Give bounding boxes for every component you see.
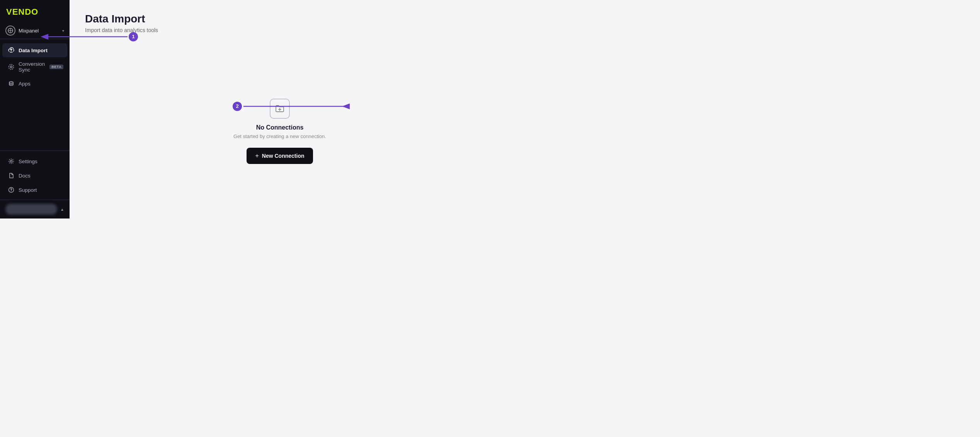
svg-point-3 bbox=[9, 65, 14, 70]
workspace-icon bbox=[5, 26, 15, 36]
logo: VENDO bbox=[0, 0, 70, 22]
svg-text:1: 1 bbox=[132, 34, 134, 39]
svg-point-4 bbox=[10, 66, 12, 68]
new-connection-label: New Connection bbox=[262, 153, 305, 159]
sidebar-item-docs[interactable]: Docs bbox=[2, 169, 67, 183]
svg-point-5 bbox=[9, 82, 13, 83]
user-avatar bbox=[5, 204, 57, 215]
empty-state-subtitle: Get started by creating a new connection… bbox=[233, 133, 326, 139]
file-icon bbox=[8, 172, 15, 179]
beta-badge: BETA bbox=[49, 65, 63, 69]
sidebar-item-label-data-import: Data Import bbox=[19, 48, 48, 53]
main-nav: Data Import Conversion Sync BETA bbox=[0, 41, 70, 150]
empty-state-title: No Connections bbox=[256, 124, 304, 131]
help-circle-icon bbox=[8, 186, 15, 193]
sidebar-item-settings[interactable]: Settings bbox=[2, 154, 67, 168]
sidebar-item-label-settings: Settings bbox=[19, 159, 37, 164]
svg-point-8 bbox=[11, 191, 12, 191]
database-icon bbox=[8, 80, 15, 87]
bottom-nav: Settings Docs bbox=[0, 154, 70, 199]
new-connection-button[interactable]: + New Connection bbox=[247, 148, 313, 164]
sidebar-item-label-support: Support bbox=[19, 187, 37, 193]
sidebar-item-apps[interactable]: Apps bbox=[2, 77, 67, 90]
sidebar-item-support[interactable]: Support bbox=[2, 183, 67, 197]
sync-icon bbox=[8, 63, 15, 70]
main-content: Data Import Import data into analytics t… bbox=[70, 0, 490, 218]
logo-text: VENDO bbox=[6, 7, 38, 17]
settings-icon bbox=[8, 158, 15, 165]
workspace-name: Mixpanel bbox=[19, 28, 59, 34]
plus-icon: + bbox=[255, 152, 259, 159]
workspace-selector[interactable]: Mixpanel ▾ bbox=[0, 22, 70, 39]
svg-point-11 bbox=[129, 32, 138, 41]
folder-plus-icon bbox=[270, 99, 290, 119]
empty-state: No Connections Get started by creating a… bbox=[85, 56, 475, 206]
sidebar-item-label-docs: Docs bbox=[19, 173, 31, 179]
sidebar-item-data-import[interactable]: Data Import bbox=[2, 43, 67, 57]
sidebar: VENDO Mixpanel ▾ Data Import bbox=[0, 0, 70, 218]
page-subtitle: Import data into analytics tools bbox=[85, 27, 475, 33]
svg-point-6 bbox=[10, 160, 12, 162]
sidebar-item-label-conversion-sync: Conversion Sync bbox=[19, 61, 45, 73]
sidebar-item-label-apps: Apps bbox=[19, 81, 31, 87]
sidebar-bottom: Settings Docs bbox=[0, 150, 70, 218]
upload-cloud-icon bbox=[8, 47, 15, 54]
user-chevron-icon: ▲ bbox=[60, 207, 64, 212]
sidebar-item-conversion-sync[interactable]: Conversion Sync BETA bbox=[2, 58, 67, 76]
user-section[interactable]: ▲ bbox=[0, 200, 70, 218]
page-header: Data Import Import data into analytics t… bbox=[85, 12, 475, 33]
page-title: Data Import bbox=[85, 12, 475, 26]
workspace-chevron-icon: ▾ bbox=[62, 29, 64, 33]
